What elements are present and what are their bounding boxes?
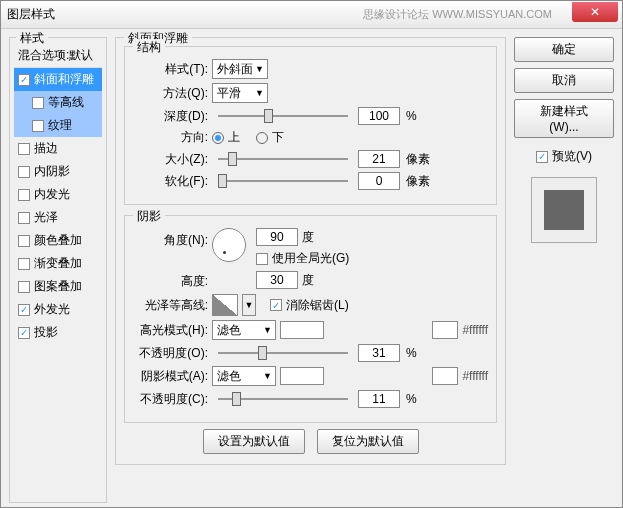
soften-input[interactable]: 0	[358, 172, 400, 190]
shadow-hex: #ffffff	[462, 369, 488, 383]
shadow-opacity-label: 不透明度(C):	[133, 391, 208, 408]
shadow-color-swatch[interactable]	[280, 367, 324, 385]
style-item-label: 光泽	[34, 209, 58, 226]
direction-down-radio[interactable]	[256, 132, 268, 144]
size-input[interactable]: 21	[358, 150, 400, 168]
gloss-contour-picker[interactable]	[212, 294, 238, 316]
preview-label: 预览(V)	[552, 148, 592, 165]
direction-label: 方向:	[133, 129, 208, 146]
shading-group: 阴影 角度(N): 90 度 使用全局光(G)	[124, 215, 497, 423]
shadow-opacity-slider[interactable]	[218, 390, 348, 408]
shadow-mode-label: 阴影模式(A):	[133, 368, 208, 385]
highlight-hex-swatch[interactable]	[432, 321, 458, 339]
altitude-input[interactable]: 30	[256, 271, 298, 289]
highlight-opacity-slider[interactable]	[218, 344, 348, 362]
structure-title: 结构	[133, 39, 165, 56]
gloss-contour-dropdown[interactable]: ▼	[242, 294, 256, 316]
style-item-1[interactable]: 等高线	[14, 91, 102, 114]
style-item-2[interactable]: 纹理	[14, 114, 102, 137]
style-select[interactable]: 外斜面▼	[212, 59, 268, 79]
styles-panel: 样式 混合选项:默认斜面和浮雕等高线纹理描边内阴影内发光光泽颜色叠加渐变叠加图案…	[9, 37, 107, 503]
style-checkbox[interactable]	[18, 258, 30, 270]
style-checkbox[interactable]	[18, 212, 30, 224]
angle-label: 角度(N):	[133, 232, 208, 249]
style-item-label: 内阴影	[34, 163, 70, 180]
highlight-mode-label: 高光模式(H):	[133, 322, 208, 339]
layer-style-dialog: 图层样式 思缘设计论坛 WWW.MISSYUAN.COM ✕ 样式 混合选项:默…	[0, 0, 623, 508]
style-checkbox[interactable]	[18, 235, 30, 247]
depth-input[interactable]: 100	[358, 107, 400, 125]
shading-title: 阴影	[133, 208, 165, 225]
style-checkbox[interactable]	[18, 74, 30, 86]
style-checkbox[interactable]	[32, 97, 44, 109]
style-item-label: 描边	[34, 140, 58, 157]
make-default-button[interactable]: 设置为默认值	[203, 429, 305, 454]
style-item-11[interactable]: 投影	[14, 321, 102, 344]
shadow-mode-select[interactable]: 滤色▼	[212, 366, 276, 386]
style-item-3[interactable]: 描边	[14, 137, 102, 160]
style-item-label: 渐变叠加	[34, 255, 82, 272]
cancel-button[interactable]: 取消	[514, 68, 614, 93]
preview-box	[531, 177, 597, 243]
global-light-label: 使用全局光(G)	[272, 250, 349, 267]
method-label: 方法(Q):	[133, 85, 208, 102]
chevron-down-icon: ▼	[263, 371, 272, 381]
altitude-unit: 度	[302, 272, 314, 289]
style-item-6[interactable]: 光泽	[14, 206, 102, 229]
method-select[interactable]: 平滑▼	[212, 83, 268, 103]
style-item-7[interactable]: 颜色叠加	[14, 229, 102, 252]
new-style-button[interactable]: 新建样式(W)...	[514, 99, 614, 138]
depth-unit: %	[406, 109, 417, 123]
depth-slider[interactable]	[218, 107, 348, 125]
gloss-label: 光泽等高线:	[133, 297, 208, 314]
global-light-checkbox[interactable]	[256, 253, 268, 265]
antialias-label: 消除锯齿(L)	[286, 297, 349, 314]
shadow-opacity-input[interactable]: 11	[358, 390, 400, 408]
structure-group: 结构 样式(T): 外斜面▼ 方法(Q): 平滑▼ 深度(D): 100 %	[124, 46, 497, 205]
angle-input[interactable]: 90	[256, 228, 298, 246]
style-item-label: 内发光	[34, 186, 70, 203]
style-item-label: 纹理	[48, 117, 72, 134]
chevron-down-icon: ▼	[255, 64, 264, 74]
style-item-4[interactable]: 内阴影	[14, 160, 102, 183]
shadow-hex-swatch[interactable]	[432, 367, 458, 385]
style-item-10[interactable]: 外发光	[14, 298, 102, 321]
style-item-label: 图案叠加	[34, 278, 82, 295]
highlight-hex: #ffffff	[462, 323, 488, 337]
style-checkbox[interactable]	[18, 327, 30, 339]
style-checkbox[interactable]	[18, 304, 30, 316]
depth-label: 深度(D):	[133, 108, 208, 125]
highlight-opacity-label: 不透明度(O):	[133, 345, 208, 362]
bevel-group: 斜面和浮雕 结构 样式(T): 外斜面▼ 方法(Q): 平滑▼ 深度(D):	[115, 37, 506, 465]
altitude-label: 高度:	[133, 273, 208, 290]
style-item-0[interactable]: 斜面和浮雕	[14, 68, 102, 91]
style-checkbox[interactable]	[32, 120, 44, 132]
chevron-down-icon: ▼	[263, 325, 272, 335]
close-button[interactable]: ✕	[572, 2, 618, 22]
highlight-opacity-input[interactable]: 31	[358, 344, 400, 362]
reset-default-button[interactable]: 复位为默认值	[317, 429, 419, 454]
size-label: 大小(Z):	[133, 151, 208, 168]
ok-button[interactable]: 确定	[514, 37, 614, 62]
size-slider[interactable]	[218, 150, 348, 168]
style-item-5[interactable]: 内发光	[14, 183, 102, 206]
highlight-color-swatch[interactable]	[280, 321, 324, 339]
style-checkbox[interactable]	[18, 281, 30, 293]
angle-unit: 度	[302, 229, 314, 246]
style-checkbox[interactable]	[18, 189, 30, 201]
style-item-label: 颜色叠加	[34, 232, 82, 249]
style-checkbox[interactable]	[18, 166, 30, 178]
style-item-8[interactable]: 渐变叠加	[14, 252, 102, 275]
styles-header: 样式	[16, 30, 48, 47]
highlight-mode-select[interactable]: 滤色▼	[212, 320, 276, 340]
soften-slider[interactable]	[218, 172, 348, 190]
direction-up-radio[interactable]	[212, 132, 224, 144]
preview-checkbox[interactable]	[536, 151, 548, 163]
soften-unit: 像素	[406, 173, 430, 190]
antialias-checkbox[interactable]	[270, 299, 282, 311]
angle-dial[interactable]	[212, 228, 246, 262]
style-checkbox[interactable]	[18, 143, 30, 155]
style-item-9[interactable]: 图案叠加	[14, 275, 102, 298]
blend-options[interactable]: 混合选项:默认	[14, 44, 102, 68]
style-item-label: 外发光	[34, 301, 70, 318]
